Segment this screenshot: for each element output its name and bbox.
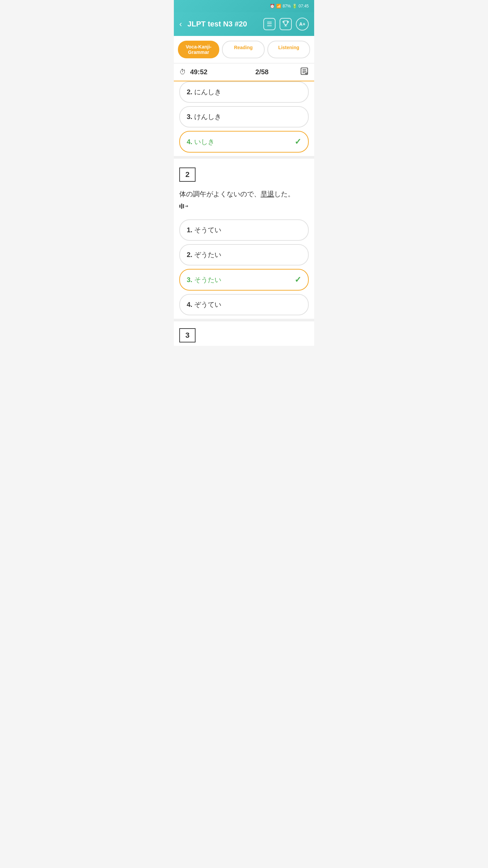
option-label: 1. そうてい (187, 225, 221, 235)
svg-marker-11 (187, 205, 188, 208)
question-number-container: 2 (174, 162, 314, 186)
main-content: 2. にんしき 3. けんしき 4. いしき ✓ 2 体の調午がよくないので、早… (174, 81, 314, 346)
question-3-number-box: 3 (179, 328, 196, 342)
question-number-box: 2 (179, 167, 196, 182)
timer-display: 49:52 (190, 68, 224, 76)
underlined-word: 早退 (261, 190, 274, 198)
option-q1-4[interactable]: 4. いしき ✓ (179, 131, 309, 153)
status-icons: ⏰ 📶 87% 🔋 07:45 (270, 4, 309, 8)
status-bar: ⏰ 📶 87% 🔋 07:45 (174, 0, 314, 12)
checkmark-icon: ✓ (294, 275, 301, 284)
option-label: 3. そうたい (187, 275, 221, 284)
option-label: 3. けんしき (187, 112, 221, 121)
question-3-partial: 3 (174, 325, 314, 346)
battery-label: 87% (283, 4, 291, 8)
back-button[interactable]: ‹ (179, 19, 182, 29)
font-size-button[interactable]: A+ (296, 18, 309, 31)
audio-icon[interactable] (179, 202, 189, 212)
option-label: 2. ぞうたい (187, 250, 221, 259)
svg-rect-8 (181, 203, 182, 209)
question-count: 2/58 (228, 68, 296, 76)
section-separator (174, 156, 314, 159)
option-label: 2. にんしき (187, 88, 221, 96)
trophy-button[interactable] (280, 18, 292, 30)
checkmark-icon: ✓ (294, 137, 301, 146)
notes-button[interactable]: ☰ (263, 18, 276, 30)
option-q2-1[interactable]: 1. そうてい (179, 219, 309, 241)
tabs-container: Voca-Kanji-Grammar Reading Listening (174, 36, 314, 63)
header: ‹ JLPT test N3 #20 ☰ A+ (174, 12, 314, 36)
svg-rect-7 (179, 205, 181, 208)
option-label: 4. いしき (187, 137, 215, 146)
tab-voca-kanji-grammar[interactable]: Voca-Kanji-Grammar (178, 41, 219, 58)
option-q2-2[interactable]: 2. ぞうたい (179, 244, 309, 265)
option-label: 4. ぞうてい (187, 300, 221, 309)
svg-rect-9 (183, 204, 184, 208)
section-separator-2 (174, 319, 314, 321)
option-q2-3[interactable]: 3. そうたい ✓ (179, 269, 309, 291)
review-button[interactable] (300, 67, 309, 77)
question-text: 体の調午がよくないので、早退した。 (174, 186, 314, 201)
question-2-block: 2 体の調午がよくないので、早退した。 1. そうてい 2. ぞうたい (174, 162, 314, 315)
battery-icon: 🔋 (292, 4, 297, 8)
alarm-icon: ⏰ (270, 4, 275, 8)
notes-icon: ☰ (267, 20, 272, 28)
option-q1-2[interactable]: 2. にんしき (179, 81, 309, 103)
option-q1-3[interactable]: 3. けんしき (179, 106, 309, 127)
time-label: 07:45 (299, 4, 309, 8)
tab-listening[interactable]: Listening (267, 41, 310, 58)
font-size-icon: A+ (299, 21, 305, 27)
header-title: JLPT test N3 #20 (187, 20, 258, 28)
trophy-icon (282, 20, 289, 28)
option-q2-4[interactable]: 4. ぞうてい (179, 294, 309, 315)
timer-icon: ⏱ (179, 68, 186, 76)
signal-icon: 📶 (276, 4, 281, 8)
tab-reading[interactable]: Reading (222, 41, 265, 58)
timer-row: ⏱ 49:52 2/58 (174, 63, 314, 81)
audio-row[interactable] (174, 201, 314, 216)
header-icons: ☰ A+ (263, 18, 309, 31)
